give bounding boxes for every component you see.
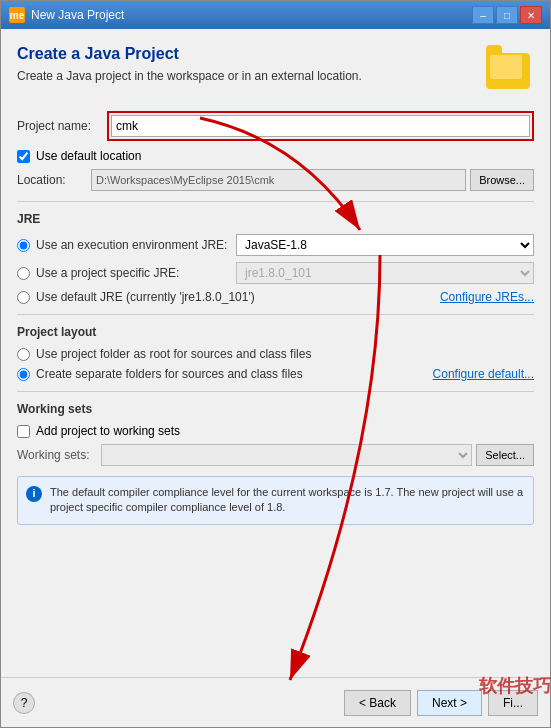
minimize-button[interactable]: – — [472, 6, 494, 24]
layout-option1-label: Use project folder as root for sources a… — [36, 347, 311, 361]
use-default-location-label: Use default location — [36, 149, 141, 163]
add-to-working-sets-row: Add project to working sets — [17, 424, 534, 438]
location-input[interactable] — [91, 169, 466, 191]
info-icon: i — [26, 486, 42, 502]
close-button[interactable]: ✕ — [520, 6, 542, 24]
layout-option2-label: Create separate folders for sources and … — [36, 367, 303, 381]
layout-option1-radio[interactable] — [17, 348, 30, 361]
layout-option2-row: Create separate folders for sources and … — [17, 367, 534, 381]
window-controls: – □ ✕ — [472, 6, 542, 24]
browse-button[interactable]: Browse... — [470, 169, 534, 191]
jre-option2-radio[interactable] — [17, 267, 30, 280]
jre-section-title: JRE — [17, 212, 534, 226]
add-to-working-sets-label: Add project to working sets — [36, 424, 180, 438]
jre-option3-label: Use default JRE (currently 'jre1.8.0_101… — [36, 290, 255, 304]
working-sets-label: Working sets: — [17, 448, 97, 462]
working-sets-dropdown[interactable] — [101, 444, 472, 466]
back-button[interactable]: < Back — [344, 690, 411, 716]
use-default-location-checkbox[interactable] — [17, 150, 30, 163]
project-name-input[interactable] — [111, 115, 530, 137]
jre-option2-label: Use a project specific JRE: — [36, 266, 236, 280]
project-name-highlight — [107, 111, 534, 141]
layout-option1-row: Use project folder as root for sources a… — [17, 347, 534, 361]
use-default-location-row: Use default location — [17, 149, 534, 163]
jre-option3-row: Use default JRE (currently 'jre1.8.0_101… — [17, 290, 534, 304]
configure-default-link[interactable]: Configure default... — [433, 367, 534, 381]
location-label: Location: — [17, 173, 87, 187]
project-name-row: Project name: — [17, 111, 534, 141]
next-button[interactable]: Next > — [417, 690, 482, 716]
working-sets-input-row: Working sets: Select... — [17, 444, 534, 466]
project-name-label: Project name: — [17, 119, 107, 133]
maximize-button[interactable]: □ — [496, 6, 518, 24]
info-text: The default compiler compliance level fo… — [50, 485, 525, 516]
header-folder-icon — [486, 45, 534, 93]
jre-option1-row: Use an execution environment JRE: JavaSE… — [17, 234, 534, 256]
layout-option2-radio[interactable] — [17, 368, 30, 381]
finish-button[interactable]: Fi... — [488, 690, 538, 716]
working-sets-title: Working sets — [17, 402, 534, 416]
location-row: Location: Browse... — [17, 169, 534, 191]
jre-option3-radio[interactable] — [17, 291, 30, 304]
select-button[interactable]: Select... — [476, 444, 534, 466]
jre-environment-dropdown[interactable]: JavaSE-1.8 — [236, 234, 534, 256]
info-box: i The default compiler compliance level … — [17, 476, 534, 525]
window-title: New Java Project — [31, 8, 124, 22]
add-to-working-sets-checkbox[interactable] — [17, 425, 30, 438]
footer-buttons: < Back Next > Fi... — [344, 690, 538, 716]
jre-option1-label: Use an execution environment JRE: — [36, 238, 236, 252]
jre-option2-row: Use a project specific JRE: jre1.8.0_101 — [17, 262, 534, 284]
configure-jres-link[interactable]: Configure JREs... — [440, 290, 534, 304]
footer: ? < Back Next > Fi... — [1, 677, 550, 727]
page-title: Create a Java Project — [17, 45, 362, 63]
page-subtitle: Create a Java project in the workspace o… — [17, 69, 362, 83]
jre-option1-radio[interactable] — [17, 239, 30, 252]
jre-specific-dropdown[interactable]: jre1.8.0_101 — [236, 262, 534, 284]
help-button[interactable]: ? — [13, 692, 35, 714]
title-bar: me New Java Project – □ ✕ — [1, 1, 550, 29]
app-icon: me — [9, 7, 25, 23]
project-layout-title: Project layout — [17, 325, 534, 339]
